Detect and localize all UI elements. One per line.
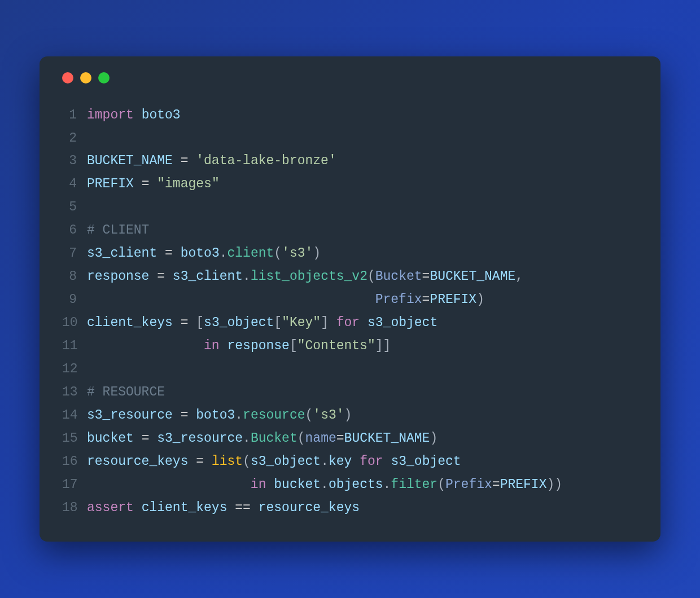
- token-punct: (: [438, 477, 445, 492]
- line-content[interactable]: PREFIX = "images": [87, 173, 638, 196]
- line-number: 5: [62, 196, 87, 219]
- token-punct: [: [196, 315, 204, 330]
- line-content[interactable]: assert client_keys == resource_keys: [87, 496, 638, 520]
- token-punct: ]: [321, 315, 329, 330]
- line-number: 4: [62, 173, 87, 196]
- token-comment: # RESOURCE: [87, 385, 165, 399]
- code-window: 1import boto32 3BUCKET_NAME = 'data-lake…: [40, 56, 660, 542]
- token-punct: .: [243, 431, 251, 446]
- line-content[interactable]: BUCKET_NAME = 'data-lake-bronze': [87, 150, 638, 173]
- token-plain: [134, 108, 142, 122]
- token-attr: filter: [391, 477, 438, 492]
- token-plain: [220, 338, 228, 353]
- line-number: 16: [62, 450, 87, 473]
- token-punct: .: [321, 477, 329, 492]
- line-content[interactable]: bucket = s3_resource.Bucket(name=BUCKET_…: [87, 427, 638, 450]
- token-var: objects: [329, 477, 383, 492]
- token-plain: [134, 500, 142, 515]
- token-punct: ]]: [375, 338, 391, 353]
- code-line: 3BUCKET_NAME = 'data-lake-bronze': [62, 150, 638, 173]
- token-punct: .: [383, 477, 391, 492]
- line-number: 11: [62, 335, 87, 358]
- token-punct: )): [546, 477, 562, 492]
- token-op: =: [336, 431, 344, 446]
- line-number: 8: [62, 265, 87, 288]
- token-plain: [173, 246, 181, 261]
- code-line: 11 in response["Contents"]]: [62, 335, 638, 358]
- token-var: BUCKET_NAME: [344, 431, 430, 446]
- token-punct: ): [313, 246, 321, 261]
- token-punct: .: [235, 408, 243, 423]
- token-var: response: [227, 338, 289, 353]
- token-op: ==: [235, 500, 251, 515]
- code-line: 14s3_resource = boto3.resource('s3'): [62, 404, 638, 427]
- token-var: BUCKET_NAME: [87, 153, 173, 168]
- line-number: 6: [62, 219, 87, 242]
- token-str: 'data-lake-bronze': [196, 153, 336, 168]
- token-plain: [157, 246, 165, 261]
- line-content[interactable]: # CLIENT: [87, 219, 638, 242]
- line-content[interactable]: response = s3_client.list_objects_v2(Buc…: [87, 265, 638, 288]
- line-content[interactable]: s3_resource = boto3.resource('s3'): [87, 404, 638, 427]
- window-controls: [62, 72, 638, 83]
- token-var: s3_object: [204, 315, 274, 330]
- line-number: 12: [62, 358, 87, 381]
- token-plain: [134, 177, 142, 191]
- token-plain: [149, 269, 157, 284]
- token-var: s3_resource: [87, 408, 173, 423]
- token-kw: import: [87, 108, 134, 122]
- token-plain: [173, 315, 181, 330]
- minimize-icon[interactable]: [80, 72, 91, 83]
- line-content[interactable]: import boto3: [87, 104, 638, 127]
- line-content[interactable]: [87, 358, 638, 381]
- token-var: s3_resource: [157, 431, 243, 446]
- token-plain: [188, 315, 196, 330]
- line-content[interactable]: client_keys = [s3_object["Key"] for s3_o…: [87, 311, 638, 335]
- token-var: boto3: [196, 408, 235, 423]
- token-var: response: [87, 269, 149, 284]
- token-kw: in: [251, 477, 266, 492]
- token-plain: [87, 292, 375, 307]
- token-plain: [251, 500, 259, 515]
- token-var: boto3: [142, 108, 181, 122]
- token-op: =: [181, 153, 189, 168]
- token-var: s3_client: [87, 246, 157, 261]
- token-param: Bucket: [375, 269, 422, 284]
- token-plain: [87, 477, 251, 492]
- token-punct: (: [368, 269, 375, 284]
- token-punct: (: [298, 431, 305, 446]
- token-punct: (: [305, 408, 313, 423]
- zoom-icon[interactable]: [98, 72, 110, 83]
- token-plain: [383, 454, 391, 469]
- token-punct: [: [274, 315, 282, 330]
- token-var: PREFIX: [500, 477, 547, 492]
- token-func: list: [212, 454, 243, 469]
- code-line: 16resource_keys = list(s3_object.key for…: [62, 450, 638, 473]
- token-comment: # CLIENT: [87, 223, 149, 238]
- line-content[interactable]: resource_keys = list(s3_object.key for s…: [87, 450, 638, 473]
- line-content[interactable]: Prefix=PREFIX): [87, 288, 638, 311]
- line-content[interactable]: [87, 196, 638, 219]
- token-var: s3_object: [391, 454, 461, 469]
- token-op: =: [181, 408, 189, 423]
- code-line: 1import boto3: [62, 104, 638, 127]
- token-op: =: [142, 177, 150, 191]
- line-content[interactable]: # RESOURCE: [87, 381, 638, 404]
- token-plain: [188, 153, 196, 168]
- line-content[interactable]: [87, 127, 638, 150]
- token-plain: [266, 477, 274, 492]
- code-line: 6# CLIENT: [62, 219, 638, 242]
- token-op: =: [142, 431, 150, 446]
- line-content[interactable]: s3_client = boto3.client('s3'): [87, 242, 638, 265]
- token-plain: [329, 315, 336, 330]
- token-var: PREFIX: [430, 292, 476, 307]
- line-content[interactable]: in bucket.objects.filter(Prefix=PREFIX)): [87, 473, 638, 496]
- token-str: "Key": [282, 315, 321, 330]
- token-var: bucket: [274, 477, 321, 492]
- token-kw: in: [204, 338, 220, 353]
- line-content[interactable]: in response["Contents"]]: [87, 335, 638, 358]
- token-op: =: [157, 269, 165, 284]
- token-punct: ,: [515, 269, 523, 284]
- close-icon[interactable]: [62, 72, 73, 83]
- code-area[interactable]: 1import boto32 3BUCKET_NAME = 'data-lake…: [62, 104, 638, 520]
